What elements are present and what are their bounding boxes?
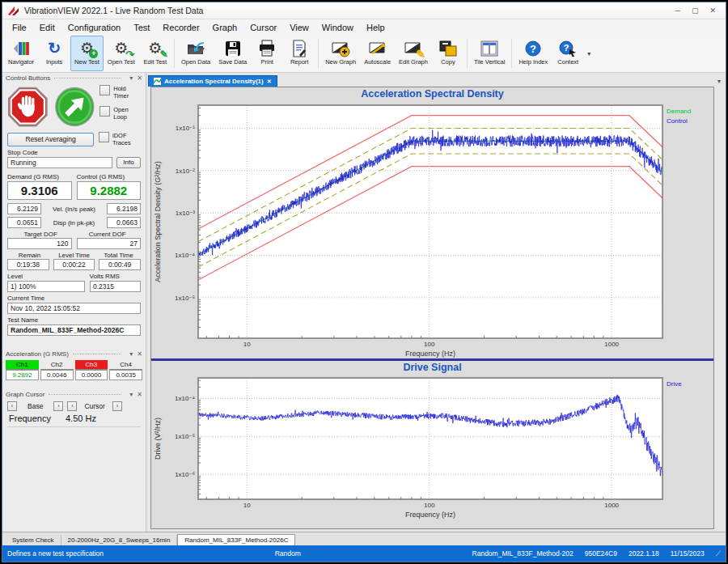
status-mode: Random bbox=[275, 549, 301, 558]
panel-drag-texture bbox=[49, 394, 121, 395]
velocity-control-value: 6.2198 bbox=[107, 203, 141, 214]
navigator-icon bbox=[10, 38, 32, 58]
panel-collapse-icon[interactable]: ▾ bbox=[129, 74, 133, 82]
tab-random-test[interactable]: Random_MIL_833F_Method-2026C bbox=[177, 534, 295, 545]
panel-close-icon[interactable]: ✕ bbox=[137, 391, 142, 398]
panel-close-icon[interactable]: ✕ bbox=[137, 74, 142, 82]
autoscale-button[interactable]: Autoscale bbox=[360, 36, 395, 71]
level-value: 1) 100% bbox=[7, 281, 85, 292]
channel-3-value: 0.0000 bbox=[75, 370, 108, 380]
svg-text:1x10⁻⁵: 1x10⁻⁵ bbox=[175, 433, 195, 440]
remain-label: Remain bbox=[7, 252, 52, 259]
menu-view[interactable]: View bbox=[283, 21, 315, 34]
base-next-button[interactable]: › bbox=[53, 401, 63, 411]
status-version: 2022.1.18 bbox=[629, 549, 659, 558]
graph-tab-icon bbox=[154, 78, 161, 85]
menu-help[interactable]: Help bbox=[360, 21, 392, 34]
tab-close-icon[interactable]: ✕ bbox=[267, 78, 272, 85]
checkbox-icon bbox=[99, 106, 110, 117]
remain-value: 0:19:38 bbox=[7, 259, 49, 270]
channel-1-header[interactable]: Ch1 bbox=[6, 360, 39, 370]
stop-code-label: Stop Code bbox=[7, 149, 141, 156]
tab-system-check[interactable]: System Check bbox=[6, 535, 61, 545]
tab-sweep-test[interactable]: 20-2000Hz_20G_8_Sweeps_16min bbox=[61, 535, 178, 545]
checkbox-icon bbox=[99, 85, 110, 95]
app-logo-icon bbox=[7, 6, 20, 16]
panel-collapse-icon[interactable]: ▾ bbox=[129, 350, 133, 358]
base-prev-button[interactable]: ‹ bbox=[7, 401, 17, 411]
copy-button[interactable]: Copy bbox=[432, 36, 464, 71]
tile-vertical-button[interactable]: Tile Vertical bbox=[470, 36, 510, 71]
svg-text:Drive (V²/Hz): Drive (V²/Hz) bbox=[154, 418, 162, 460]
menu-test[interactable]: Test bbox=[127, 21, 156, 34]
asd-chart[interactable]: DemandControl1010010001x10⁻¹1x10⁻²1x10⁻³… bbox=[151, 100, 709, 358]
control-value: 9.2882 bbox=[77, 181, 142, 200]
menu-graph[interactable]: Graph bbox=[206, 21, 244, 34]
channel-4-header[interactable]: Ch4 bbox=[109, 360, 142, 370]
demand-value: 9.3106 bbox=[7, 181, 72, 200]
status-serial: 950E24C9 bbox=[585, 549, 617, 558]
svg-text:1x10⁻³: 1x10⁻³ bbox=[176, 210, 196, 217]
menu-window[interactable]: Window bbox=[315, 21, 360, 34]
reset-averaging-button[interactable]: Reset Averaging bbox=[7, 133, 94, 146]
current-time-value: Nov 10, 2022 15:05:52 bbox=[7, 303, 141, 314]
help-index-button[interactable]: ? Help Index bbox=[514, 36, 552, 71]
toolbar-overflow-icon[interactable]: ▾ bbox=[587, 50, 590, 57]
tab-acceleration-spectral-density[interactable]: Acceleration Spectral Density(1) ✕ bbox=[148, 75, 277, 87]
status-date: 11/15/2023 bbox=[671, 549, 705, 558]
document-area: Acceleration Spectral Density(1) ✕ ▾ Acc… bbox=[146, 73, 726, 532]
app-window: VibrationVIEW 2022.1 - Live Random Test … bbox=[2, 2, 726, 562]
cursor-next-button[interactable]: › bbox=[112, 401, 122, 411]
chart-divider bbox=[151, 358, 713, 361]
panel-close-icon[interactable]: ✕ bbox=[137, 350, 142, 358]
context-help-button[interactable]: ? Context bbox=[552, 36, 584, 71]
svg-text:100: 100 bbox=[424, 502, 435, 509]
save-data-button[interactable]: Save Data bbox=[214, 36, 251, 71]
toolbar-separator bbox=[318, 39, 319, 68]
navigator-button[interactable]: Navigator bbox=[4, 36, 38, 71]
status-bar: Defines a new test specification Random … bbox=[2, 545, 726, 562]
current-dof-value: 27 bbox=[77, 238, 142, 249]
new-graph-button[interactable]: New Graph bbox=[321, 36, 360, 71]
info-button[interactable]: Info bbox=[116, 157, 141, 168]
level-time-value: 0:00:22 bbox=[53, 259, 95, 270]
open-test-button[interactable]: ⚙ ↷ Open Test bbox=[104, 36, 139, 71]
tab-list-icon[interactable]: ▾ bbox=[713, 78, 726, 87]
inputs-button[interactable]: ↻ Inputs bbox=[38, 36, 70, 71]
channel-3-header[interactable]: Ch3 bbox=[75, 360, 108, 370]
hold-timer-checkbox[interactable]: Hold Timer bbox=[99, 85, 141, 100]
svg-text:1000: 1000 bbox=[604, 502, 619, 509]
menu-configuration[interactable]: Configuration bbox=[61, 21, 127, 34]
resize-grip-icon[interactable]: ⟋ bbox=[716, 549, 721, 558]
copy-icon bbox=[437, 38, 459, 58]
new-test-button[interactable]: ⚙ + New Test bbox=[70, 36, 104, 71]
stop-button[interactable] bbox=[7, 85, 49, 129]
menu-file[interactable]: File bbox=[6, 21, 33, 34]
toolbar-separator bbox=[511, 39, 512, 68]
svg-text:1000: 1000 bbox=[604, 341, 619, 348]
report-button[interactable]: Report bbox=[283, 36, 315, 71]
svg-text:?: ? bbox=[564, 43, 569, 53]
svg-text:1x10⁻⁴: 1x10⁻⁴ bbox=[175, 252, 196, 259]
menu-recorder[interactable]: Recorder bbox=[156, 21, 205, 34]
maximize-button[interactable]: ▢ bbox=[692, 6, 699, 15]
channel-2-header[interactable]: Ch2 bbox=[40, 360, 74, 370]
open-data-button[interactable]: Open Data bbox=[177, 36, 214, 71]
open-loop-checkbox[interactable]: Open Loop bbox=[99, 106, 141, 121]
close-button[interactable]: ✕ bbox=[709, 6, 716, 15]
menu-cursor[interactable]: Cursor bbox=[243, 21, 283, 34]
menu-bar: File Edit Configuration Test Recorder Gr… bbox=[2, 19, 726, 35]
print-button[interactable]: Print bbox=[251, 36, 283, 71]
minimize-button[interactable]: ─ bbox=[675, 6, 680, 15]
menu-edit[interactable]: Edit bbox=[33, 21, 61, 34]
edit-graph-icon: ✎ bbox=[402, 38, 425, 58]
panel-collapse-icon[interactable]: ▾ bbox=[129, 391, 133, 398]
edit-graph-button[interactable]: ✎ Edit Graph bbox=[395, 36, 432, 71]
test-name-value: Random_MIL_833F_Method-2026C bbox=[7, 324, 141, 336]
base-label: Base bbox=[21, 402, 49, 410]
start-button[interactable] bbox=[54, 85, 95, 129]
cursor-prev-button[interactable]: ‹ bbox=[67, 401, 77, 411]
edit-test-button[interactable]: ⚙ ✎ Edit Test bbox=[139, 36, 171, 71]
idof-traces-checkbox[interactable]: iDOF Traces bbox=[99, 132, 141, 146]
drive-chart[interactable]: Drive1010010001x10⁻⁴1x10⁻⁵1x10⁻⁶Frequenc… bbox=[151, 373, 709, 519]
